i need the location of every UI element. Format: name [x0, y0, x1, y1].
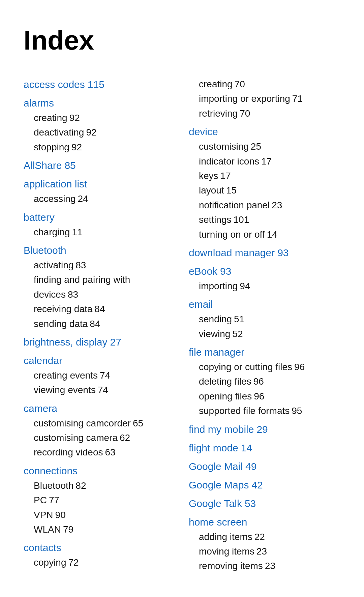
page-number: 14 — [241, 442, 252, 453]
index-entry: devicecustomising25indicator icons17keys… — [189, 124, 340, 242]
entry-header: Bluetooth — [24, 243, 175, 258]
page-number: 11 — [72, 227, 82, 237]
sub-entry: copying72 — [34, 555, 175, 570]
page-number: 15 — [226, 185, 237, 196]
page-number: 29 — [256, 424, 268, 435]
page-number: 17 — [261, 156, 272, 167]
entry-header: Google Maps42 — [189, 477, 340, 492]
entry-header: camera — [24, 401, 175, 416]
index-entry: access codes115 — [24, 77, 175, 92]
page-number: 14 — [267, 229, 277, 240]
page-number: 71 — [292, 93, 303, 104]
page-number: 93 — [277, 247, 289, 258]
sub-entry: copying or cutting files96 — [199, 360, 340, 374]
sub-entries: copying72 — [24, 555, 175, 570]
sub-entry: moving items23 — [199, 544, 340, 559]
sub-entry: adding items22 — [199, 530, 340, 544]
page-number: 42 — [251, 479, 263, 490]
sub-entries: customising camcorder65customising camer… — [24, 416, 175, 460]
entry-header: eBook93 — [189, 264, 340, 279]
sub-entry: opening files96 — [199, 389, 340, 404]
sub-entries: accessing24 — [24, 191, 175, 206]
sub-entries: charging11 — [24, 225, 175, 239]
sub-entry: Bluetooth82 — [34, 478, 175, 493]
sub-entry: VPN90 — [34, 508, 175, 522]
sub-entry: customising camera62 — [34, 430, 175, 445]
page-number: 63 — [105, 447, 115, 457]
page-number: 53 — [245, 498, 256, 509]
sub-entry: removing items23 — [199, 559, 340, 573]
page-number: 23 — [265, 561, 275, 571]
sub-entries: creating70importing or exporting71retrie… — [189, 77, 340, 121]
sub-entries: creating events74viewing events74 — [24, 368, 175, 397]
index-entry: alarmscreating92deactivating92stopping92 — [24, 95, 175, 154]
index-entry: Google Talk53 — [189, 496, 340, 511]
index-entry: calendarcreating events74viewing events7… — [24, 353, 175, 397]
page-number: 84 — [94, 304, 105, 314]
index-entry: brightness, display27 — [24, 334, 175, 350]
page-number: 62 — [120, 432, 130, 443]
sub-entry: sending data84 — [34, 317, 175, 331]
sub-entries: activating83finding and pairing with dev… — [24, 258, 175, 331]
sub-entry: PC77 — [34, 493, 175, 507]
sub-entry: layout15 — [199, 183, 340, 198]
sub-entry: customising25 — [199, 139, 340, 154]
sub-entry: supported file formats95 — [199, 404, 340, 418]
page-title: Index — [24, 20, 340, 61]
page-number: 23 — [272, 200, 282, 210]
entry-header: connections — [24, 463, 175, 478]
sub-entry: sending51 — [199, 312, 340, 326]
index-entry: AllShare85 — [24, 158, 175, 173]
index-entry: Google Mail49 — [189, 459, 340, 474]
page-number: 85 — [64, 160, 75, 171]
index-entry: home screenadding items22moving items23r… — [189, 514, 340, 573]
sub-entry: viewing events74 — [34, 383, 175, 397]
entry-header: find my mobile29 — [189, 422, 340, 437]
sub-entries: customising25indicator icons17keys17layo… — [189, 139, 340, 242]
page-number: 96 — [294, 362, 305, 372]
sub-entries: creating92deactivating92stopping92 — [24, 111, 175, 154]
sub-entry: receiving data84 — [34, 302, 175, 316]
entry-header: Google Mail49 — [189, 459, 340, 474]
sub-entry: indicator icons17 — [199, 154, 340, 169]
page-number: 65 — [133, 418, 143, 428]
entry-header: flight mode14 — [189, 440, 340, 455]
index-entry: find my mobile29 — [189, 422, 340, 437]
sub-entry: viewing52 — [199, 327, 340, 341]
entry-header: email — [189, 297, 340, 312]
entry-header: battery — [24, 210, 175, 225]
page-number: 24 — [78, 193, 88, 204]
page-number: 96 — [254, 391, 264, 401]
sub-entry: importing94 — [199, 279, 340, 293]
page-number: 95 — [292, 406, 302, 416]
page-number: 84 — [90, 319, 100, 329]
page-number: 115 — [88, 79, 104, 90]
sub-entry: deactivating92 — [34, 125, 175, 140]
sub-entry: creating70 — [199, 77, 340, 91]
sub-entry: recording videos63 — [34, 445, 175, 459]
page-number: 79 — [63, 524, 73, 535]
page-number: 96 — [253, 376, 264, 387]
sub-entry: charging11 — [34, 225, 175, 239]
page-number: 17 — [220, 171, 231, 181]
index-entry: emailsending51viewing52 — [189, 297, 340, 341]
sub-entries: sending51viewing52 — [189, 312, 340, 341]
sub-entry: retrieving70 — [199, 106, 340, 121]
entry-header: access codes115 — [24, 77, 175, 92]
sub-entry: keys17 — [199, 169, 340, 183]
entry-header: application list — [24, 176, 175, 191]
page-number: 74 — [100, 370, 110, 381]
page-number: 101 — [234, 214, 249, 225]
sub-entries: copying or cutting files96deleting files… — [189, 360, 340, 418]
entry-header: calendar — [24, 353, 175, 368]
entry-header: Google Talk53 — [189, 496, 340, 511]
index-container: access codes115alarmscreating92deactivat… — [24, 77, 340, 577]
sub-entry: turning on or off14 — [199, 227, 340, 242]
page-number: 90 — [55, 510, 66, 520]
index-entry: Bluetoothactivating83finding and pairing… — [24, 243, 175, 331]
sub-entry: WLAN79 — [34, 522, 175, 537]
sub-entries: Bluetooth82PC77VPN90WLAN79 — [24, 478, 175, 537]
page-number: 92 — [71, 142, 82, 152]
left-column: access codes115alarmscreating92deactivat… — [24, 77, 185, 577]
page-number: 27 — [110, 336, 121, 348]
